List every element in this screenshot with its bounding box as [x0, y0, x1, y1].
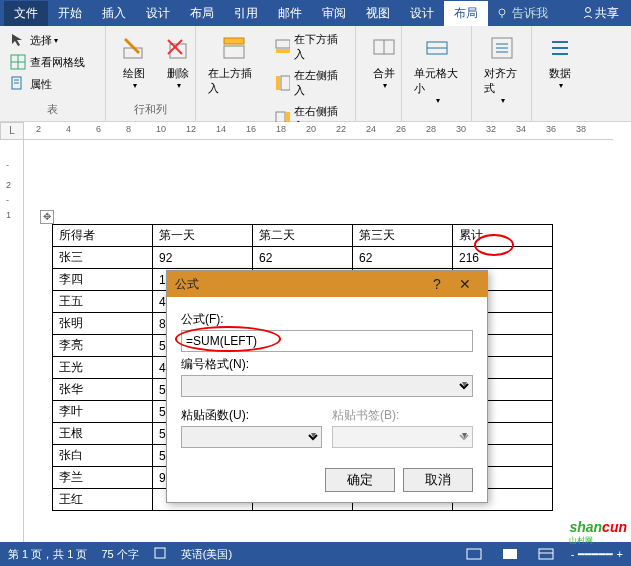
ok-button[interactable]: 确定 [325, 468, 395, 492]
help-button[interactable]: ? [423, 276, 451, 292]
ruler-tick: 22 [336, 124, 346, 134]
tab-mailings[interactable]: 邮件 [268, 1, 312, 26]
tab-table-layout[interactable]: 布局 [444, 1, 488, 26]
print-layout-icon[interactable] [499, 545, 521, 563]
properties-button[interactable]: 属性 [6, 74, 89, 94]
ruler-tick: 26 [396, 124, 406, 134]
tab-layout[interactable]: 布局 [180, 1, 224, 26]
dialog-titlebar[interactable]: 公式 ? ✕ [167, 271, 487, 297]
page-status[interactable]: 第 1 页，共 1 页 [8, 547, 87, 562]
table-cell[interactable]: 62 [253, 247, 353, 269]
table-header-cell[interactable]: 第一天 [153, 225, 253, 247]
merge-button[interactable]: 合并▾ [362, 30, 406, 92]
format-select[interactable] [181, 375, 473, 397]
table-header-cell[interactable]: 所得者 [53, 225, 153, 247]
table-cell[interactable]: 李四 [53, 269, 153, 291]
word-count[interactable]: 75 个字 [101, 547, 138, 562]
tab-review[interactable]: 审阅 [312, 1, 356, 26]
tab-table-design[interactable]: 设计 [400, 1, 444, 26]
tab-home[interactable]: 开始 [48, 1, 92, 26]
table-cell[interactable]: 张白 [53, 445, 153, 467]
delete-icon [164, 34, 192, 62]
formula-input[interactable] [181, 330, 473, 352]
draw-button[interactable]: 绘图▾ [112, 30, 156, 92]
view-gridlines-button[interactable]: 查看网格线 [6, 52, 89, 72]
menubar: 文件 开始 插入 设计 布局 引用 邮件 审阅 视图 设计 布局 告诉我 共享 [0, 0, 631, 26]
data-button[interactable]: 数据▾ [538, 30, 582, 92]
tell-me[interactable]: 告诉我 [496, 5, 548, 22]
web-layout-icon[interactable] [535, 545, 557, 563]
paste-func-select[interactable] [181, 426, 322, 448]
select-button[interactable]: 选择▾ [6, 30, 89, 50]
ruler-tick: 30 [456, 124, 466, 134]
ruler-tick: 24 [366, 124, 376, 134]
chevron-down-icon: ▾ [501, 96, 505, 105]
table-anchor-icon[interactable]: ✥ [40, 210, 54, 224]
table-header-cell[interactable]: 第二天 [253, 225, 353, 247]
share-icon [581, 6, 595, 20]
tab-references[interactable]: 引用 [224, 1, 268, 26]
vertical-ruler[interactable]: -2-1 [0, 140, 24, 542]
align-button[interactable]: 对齐方式▾ [478, 30, 525, 107]
svg-point-2 [586, 8, 591, 13]
language-status[interactable]: 英语(美国) [181, 547, 232, 562]
tab-file[interactable]: 文件 [4, 1, 48, 26]
table-cell[interactable]: 张三 [53, 247, 153, 269]
table-header-cell[interactable]: 第三天 [353, 225, 453, 247]
horizontal-ruler[interactable]: 2468101214161820222426283032343638 [24, 122, 613, 140]
cancel-button[interactable]: 取消 [403, 468, 473, 492]
table-row: 张三926262216 [53, 247, 553, 269]
format-label: 编号格式(N): [181, 356, 473, 373]
close-button[interactable]: ✕ [451, 276, 479, 292]
insert-left-button[interactable]: 在左侧插入 [271, 66, 349, 100]
svg-rect-33 [467, 549, 481, 559]
gridlines-label: 查看网格线 [30, 55, 85, 70]
ruler-tick: 6 [96, 124, 101, 134]
watermark: shancun 山村网 [569, 519, 627, 546]
formula-label: 公式(F): [181, 311, 473, 328]
table-cell[interactable]: 王五 [53, 291, 153, 313]
table-cell[interactable]: 张华 [53, 379, 153, 401]
align-label: 对齐方式 [484, 66, 519, 96]
svg-rect-17 [281, 76, 290, 90]
table-cell[interactable]: 王红 [53, 489, 153, 511]
share-button[interactable]: 共享 [573, 5, 627, 22]
delete-button[interactable]: 删除▾ [156, 30, 200, 92]
ribbon: 选择▾ 查看网格线 属性 表 绘图▾ 删除▾ 行和列 在上方插入 在下方插入 在… [0, 26, 631, 122]
spellcheck-icon[interactable] [153, 546, 167, 562]
svg-rect-16 [276, 49, 290, 53]
zoom-slider[interactable]: - ━━━━━ + [571, 548, 623, 561]
ruler-tick: 8 [126, 124, 131, 134]
paste-bookmark-label: 粘贴书签(B): [332, 407, 473, 424]
cell-size-button[interactable]: 单元格大小▾ [408, 30, 465, 107]
table-cell[interactable]: 92 [153, 247, 253, 269]
read-mode-icon[interactable] [463, 545, 485, 563]
zoom-plus[interactable]: + [617, 548, 623, 560]
table-cell[interactable]: 李兰 [53, 467, 153, 489]
table-cell[interactable]: 216 [453, 247, 553, 269]
tab-view[interactable]: 视图 [356, 1, 400, 26]
dialog-title: 公式 [175, 276, 423, 293]
tab-insert[interactable]: 插入 [92, 1, 136, 26]
cell-size-label: 单元格大小 [414, 66, 459, 96]
table-cell[interactable]: 张明 [53, 313, 153, 335]
properties-label: 属性 [30, 77, 52, 92]
insert-below-button[interactable]: 在下方插入 [271, 30, 349, 64]
ruler-tick: 28 [426, 124, 436, 134]
tab-design[interactable]: 设计 [136, 1, 180, 26]
table-cell[interactable]: 王光 [53, 357, 153, 379]
insert-above-icon [220, 34, 248, 62]
table-cell[interactable]: 李亮 [53, 335, 153, 357]
insert-above-button[interactable]: 在上方插入 [202, 30, 265, 98]
watermark-a: shan [569, 519, 602, 535]
table-header-cell[interactable]: 累计 [453, 225, 553, 247]
svg-rect-13 [224, 46, 244, 58]
svg-rect-14 [224, 38, 244, 44]
table-cell[interactable]: 王根 [53, 423, 153, 445]
svg-point-0 [499, 9, 505, 15]
table-cell[interactable]: 李叶 [53, 401, 153, 423]
insert-left-label: 在左侧插入 [294, 68, 345, 98]
insert-above-label: 在上方插入 [208, 66, 259, 96]
table-cell[interactable]: 62 [353, 247, 453, 269]
ruler-tick: 2 [36, 124, 41, 134]
